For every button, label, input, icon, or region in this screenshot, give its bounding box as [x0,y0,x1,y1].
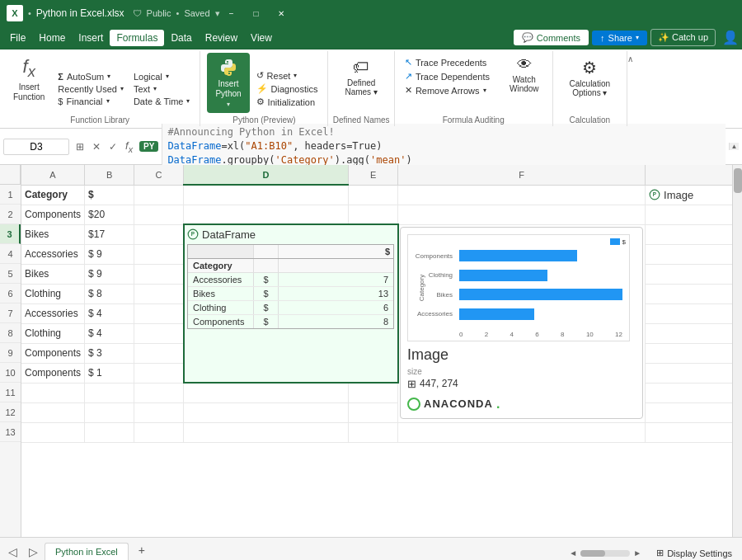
row-num-12[interactable]: 12 [0,402,21,422]
row-num-1[interactable]: 1 [0,185,21,205]
cell-c4[interactable] [134,244,184,264]
menu-file[interactable]: File [3,30,32,46]
cell-d12[interactable] [184,402,349,422]
cell-a8[interactable]: Clothing [21,323,85,343]
calculation-options-button[interactable]: ⚙ CalculationOptions ▾ [563,54,617,101]
profile-icon[interactable]: 👤 [722,30,739,45]
cell-a5[interactable]: Bikes [21,264,85,284]
minimize-button[interactable]: − [220,5,243,21]
row-num-7[interactable]: 7 [0,304,21,323]
cell-b1[interactable]: $ [85,185,134,205]
col-header-g[interactable]: G [646,165,732,185]
reset-button[interactable]: ↺Reset▾ [253,69,322,82]
vertical-scrollbar[interactable] [732,165,742,537]
cell-a3[interactable]: Bikes [21,224,85,244]
cell-a13[interactable] [21,422,85,442]
col-header-b[interactable]: B [85,165,134,185]
autosum-button[interactable]: Σ AutoSum ▾ [54,71,127,82]
cell-f12[interactable] [646,402,732,422]
row-num-5[interactable]: 5 [0,264,21,284]
logical-button[interactable]: Logical ▾ [130,71,194,82]
cell-c5[interactable] [134,264,184,284]
cell-e12[interactable] [349,402,398,422]
diagnostics-button[interactable]: ⚡Diagnostics [253,82,322,95]
cell-g1[interactable]: P Image [646,185,732,205]
cell-g3[interactable]: Components Clothing Bikes Accessories [398,224,646,422]
formula-content[interactable]: #Announcing Python in Excel! DataFrame=x… [162,124,726,168]
trace-precedents-button[interactable]: ↖Trace Precedents [402,56,493,68]
cell-d13[interactable] [184,422,349,442]
confirm-formula-btn[interactable]: ✓ [106,139,120,154]
cell-a9[interactable]: Components [21,343,85,363]
cell-h7[interactable] [646,304,732,323]
comments-button[interactable]: 💬 Comments [514,30,589,45]
cell-a12[interactable] [21,402,85,422]
watch-window-button[interactable]: 👁 WatchWindow [503,53,546,96]
cell-h10[interactable] [646,363,732,383]
cancel-formula-btn[interactable]: ✕ [89,139,104,154]
maximize-button[interactable]: □ [245,5,268,21]
cell-d2[interactable] [184,205,349,224]
cell-c8[interactable] [134,323,184,343]
cell-h3[interactable] [646,224,732,244]
recently-used-button[interactable]: Recently Used ▾ [54,83,127,95]
cell-c13[interactable] [134,422,184,442]
cell-c11[interactable] [134,383,184,402]
cell-c7[interactable] [134,304,184,323]
cell-b4[interactable]: $ 9 [85,244,134,264]
cell-c12[interactable] [134,402,184,422]
defined-names-button[interactable]: 🏷 DefinedNames ▾ [338,54,383,100]
cell-b3[interactable]: $17 [85,224,134,244]
cell-d3[interactable]: P DataFrame $ [184,224,398,383]
cell-c2[interactable] [134,205,184,224]
cell-f13[interactable] [398,422,646,442]
h-scrollbar-thumb[interactable] [580,550,605,557]
menu-view[interactable]: View [244,30,279,46]
formula-scroll-up[interactable]: ▲ [729,143,739,150]
cell-b6[interactable]: $ 8 [85,284,134,304]
sheet-nav-left[interactable]: ◁ [3,544,22,560]
row-num-6[interactable]: 6 [0,284,21,304]
text-button[interactable]: Text ▾ [130,83,194,95]
cell-c10[interactable] [134,363,184,383]
cell-a6[interactable]: Clothing [21,284,85,304]
cell-c9[interactable] [134,343,184,363]
menu-home[interactable]: Home [32,30,72,46]
sheet-nav-right[interactable]: ▷ [24,544,43,560]
col-header-c[interactable]: C [134,165,184,185]
cell-c3[interactable] [134,224,184,244]
cell-b9[interactable]: $ 3 [85,343,134,363]
close-button[interactable]: ✕ [270,5,293,21]
cell-b11[interactable] [85,383,134,402]
insert-function-button[interactable]: fx InsertFunction [7,53,51,106]
row-num-13[interactable]: 13 [0,422,21,442]
cell-b8[interactable]: $ 4 [85,323,134,343]
cell-c1[interactable] [134,185,184,205]
col-header-f[interactable]: F [398,165,646,185]
row-num-10[interactable]: 10 [0,363,21,383]
initialization-button[interactable]: ⚙Initialization [253,96,322,108]
cell-a1[interactable]: Category [21,185,85,205]
expand-formula-btn[interactable]: ⊞ [73,139,87,154]
display-settings-button[interactable]: ⊞ Display Settings [650,546,739,560]
grid-scroll[interactable]: A B C D E F G H I J Category $ [21,165,732,537]
remove-arrows-button[interactable]: ✕Remove Arrows▾ [402,84,493,96]
cell-a11[interactable] [21,383,85,402]
row-num-11[interactable]: 11 [0,383,21,402]
cell-f11[interactable] [646,383,732,402]
menu-data[interactable]: Data [164,30,198,46]
cell-b10[interactable]: $ 1 [85,363,134,383]
cell-e1[interactable] [349,185,398,205]
col-header-d[interactable]: D [184,165,349,185]
menu-insert[interactable]: Insert [72,30,110,46]
cell-g2[interactable] [646,205,732,224]
menu-review[interactable]: Review [199,30,244,46]
cell-b13[interactable] [85,422,134,442]
cell-h8[interactable] [646,323,732,343]
row-num-8[interactable]: 8 [0,323,21,343]
menu-formulas[interactable]: Formulas [110,30,164,46]
row-num-2[interactable]: 2 [0,205,21,224]
cell-e11[interactable] [349,383,398,402]
cell-b12[interactable] [85,402,134,422]
scroll-left-btn[interactable]: ◄ [567,547,579,559]
